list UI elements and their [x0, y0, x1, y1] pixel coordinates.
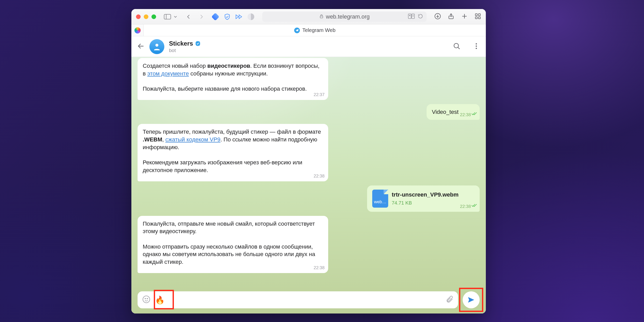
window-controls [136, 14, 156, 19]
svg-point-25 [143, 296, 150, 303]
extension-diamond-icon[interactable] [212, 13, 219, 20]
compose-row: 🔥 [138, 291, 480, 308]
message-text: Пожалуйста, отправьте мне новый смайл, к… [143, 221, 315, 265]
file-size: 74.71 KB [392, 200, 459, 206]
reader-mode-icon[interactable] [408, 14, 415, 20]
svg-line-21 [458, 47, 460, 49]
svg-point-22 [476, 43, 477, 44]
svg-point-24 [476, 48, 477, 49]
svg-rect-0 [164, 14, 171, 19]
message-out-file[interactable]: web… trtr-unscreen_VP9.webm 74.71 KB 22:… [367, 185, 480, 212]
close-window-button[interactable] [136, 14, 141, 19]
sidebar-toggle-icon[interactable] [164, 13, 171, 21]
message-link[interactable]: сжатый кодеком VP9 [165, 136, 221, 143]
lock-icon [319, 14, 324, 20]
message-time: 22:37 [313, 92, 325, 98]
file-name: trtr-unscreen_VP9.webm [392, 191, 459, 199]
extension-fast-forward-icon[interactable] [235, 13, 243, 20]
chat-body[interactable]: Создается новый набор видеостикеров. Есл… [131, 57, 486, 313]
nav-forward-button[interactable] [199, 13, 204, 21]
file-type-icon: web… [372, 190, 388, 208]
message-time: 22:38 [313, 265, 325, 271]
chat-subtitle: bot [169, 48, 201, 53]
message-out[interactable]: Video_test 22:38 [427, 104, 480, 120]
message-text: Video_test [432, 109, 459, 115]
address-bar-url: web.telegram.org [326, 13, 370, 20]
browser-toolbar: web.telegram.org [131, 9, 486, 24]
send-button[interactable] [463, 291, 480, 308]
message-text: Создается новый набор видеостикеров. Есл… [143, 63, 319, 92]
read-ticks-icon [471, 202, 477, 209]
svg-point-7 [409, 15, 410, 16]
pinned-tab-favicon [134, 27, 141, 33]
message-time: 22:38 [313, 173, 325, 179]
new-tab-icon[interactable] [461, 13, 468, 21]
message-in[interactable]: Теперь пришлите, пожалуйста, будущий сти… [138, 124, 328, 181]
chat-search-button[interactable] [453, 42, 461, 51]
svg-point-27 [147, 298, 148, 299]
message-link[interactable]: этом документе [147, 70, 189, 77]
tab-title: Telegram Web [302, 27, 336, 33]
chat-title: Stickers [169, 40, 193, 47]
extension-night-icon[interactable] [247, 13, 255, 20]
chat-back-button[interactable] [137, 42, 145, 51]
telegram-app: Stickers bot Создается новый набор ви [131, 36, 486, 313]
extensions-row [212, 13, 255, 20]
extension-shield-icon[interactable] [224, 13, 231, 20]
tab-overview-icon[interactable] [474, 13, 481, 21]
svg-point-20 [454, 43, 459, 48]
svg-rect-15 [478, 14, 480, 16]
message-time: 22:38 [460, 204, 471, 210]
chat-more-button[interactable] [472, 42, 480, 51]
svg-point-26 [145, 298, 146, 299]
reload-icon[interactable] [418, 14, 423, 20]
safari-window: web.telegram.org Telegram Web [131, 9, 486, 313]
svg-rect-5 [408, 14, 411, 19]
verified-icon [195, 41, 201, 46]
message-text: Теперь пришлите, пожалуйста, будущий сти… [143, 129, 321, 173]
active-tab[interactable]: Telegram Web [144, 24, 486, 36]
chat-header: Stickers bot [131, 36, 486, 57]
share-icon[interactable] [448, 13, 454, 21]
maximize-window-button[interactable] [151, 14, 156, 19]
svg-point-23 [476, 45, 477, 47]
downloads-icon[interactable] [434, 13, 441, 21]
svg-marker-3 [239, 15, 242, 19]
sidebar-menu-chevron-icon[interactable] [174, 13, 177, 21]
message-in[interactable]: Пожалуйста, отправьте мне новый смайл, к… [138, 216, 328, 273]
svg-rect-4 [320, 16, 323, 18]
address-bar[interactable]: web.telegram.org [262, 12, 427, 22]
svg-rect-16 [475, 17, 477, 19]
svg-marker-2 [236, 15, 239, 19]
minimize-window-button[interactable] [144, 14, 148, 19]
message-in[interactable]: Создается новый набор видеостикеров. Есл… [138, 58, 328, 100]
svg-point-19 [155, 44, 158, 46]
nav-back-button[interactable] [186, 13, 191, 21]
tab-bar: Telegram Web [131, 24, 486, 36]
attach-button[interactable] [446, 295, 453, 304]
tab-favicon-telegram-icon [294, 28, 300, 33]
svg-rect-17 [478, 17, 480, 19]
pinned-tab[interactable] [131, 24, 144, 36]
svg-rect-14 [475, 14, 477, 16]
compose-emoji-fire: 🔥 [154, 295, 166, 304]
compose-input[interactable]: 🔥 [138, 291, 458, 308]
read-ticks-icon [471, 110, 477, 118]
emoji-picker-button[interactable] [142, 295, 150, 304]
message-time: 22:38 [460, 112, 471, 118]
chat-avatar[interactable] [149, 39, 164, 54]
